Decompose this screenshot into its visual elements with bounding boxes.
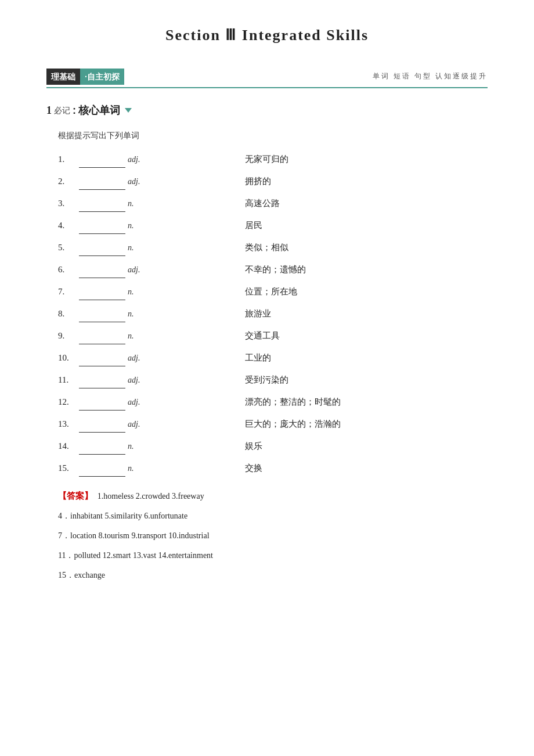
word-blank <box>79 152 125 168</box>
word-num: 1. <box>58 152 77 167</box>
word-blank <box>79 196 125 212</box>
word-meaning: 类似；相似 <box>245 240 288 255</box>
answer-line-1: 【答案】 1.homeless 2.crowded 3.freeway <box>58 487 488 505</box>
word-meaning: 位置；所在地 <box>245 284 297 300</box>
word-item-8: 8. n. 旅游业 <box>58 306 488 322</box>
word-item-6: 6. adj. 不幸的；遗憾的 <box>58 262 488 278</box>
answer-line-5: 15．exchange <box>58 566 488 584</box>
answer-text-2: 4．inhabitant 5.similarity 6.unfortunate <box>58 512 187 520</box>
word-num: 13. <box>58 416 77 432</box>
subtitle-colon: : <box>73 102 76 119</box>
word-item-1: 1. adj. 无家可归的 <box>58 152 488 168</box>
word-pos: n. <box>128 439 145 453</box>
word-meaning: 娱乐 <box>245 438 262 454</box>
word-num: 9. <box>58 328 77 344</box>
word-blank <box>79 460 125 477</box>
answer-text-5: 15．exchange <box>58 571 105 579</box>
word-list: 1. adj. 无家可归的 2. adj. 拥挤的 3. n. 高速公路 4. … <box>58 152 488 477</box>
word-pos: adj. <box>128 262 145 277</box>
word-meaning: 不幸的；遗憾的 <box>245 262 306 278</box>
word-meaning: 居民 <box>245 218 262 233</box>
word-blank <box>79 438 125 455</box>
word-meaning: 巨大的；庞大的；浩瀚的 <box>245 416 341 432</box>
word-pos: adj. <box>128 351 145 365</box>
word-pos: adj. <box>128 174 145 189</box>
word-num: 8. <box>58 306 77 322</box>
answer-line-2: 4．inhabitant 5.similarity 6.unfortunate <box>58 507 488 524</box>
word-item-4: 4. n. 居民 <box>58 218 488 234</box>
word-item-5: 5. n. 类似；相似 <box>58 240 488 256</box>
word-meaning: 旅游业 <box>245 306 271 322</box>
answer-line-3: 7．location 8.tourism 9.transport 10.indu… <box>58 527 488 544</box>
subtitle-must-label: 必记 <box>54 104 70 117</box>
word-pos: n. <box>128 218 145 233</box>
answer-label: 【答案】 <box>58 491 93 501</box>
word-item-9: 9. n. 交通工具 <box>58 328 488 344</box>
answer-section: 【答案】 1.homeless 2.crowded 3.freeway 4．in… <box>58 487 488 584</box>
word-pos: n. <box>128 196 145 211</box>
word-blank <box>79 284 125 300</box>
word-blank <box>79 416 125 433</box>
answer-text-4: 11．polluted 12.smart 13.vast 14.entertai… <box>58 551 213 560</box>
word-num: 11. <box>58 372 77 388</box>
word-num: 4. <box>58 218 77 233</box>
word-blank <box>79 174 125 190</box>
word-pos: adj. <box>128 152 145 167</box>
word-num: 2. <box>58 174 77 189</box>
subtitle-num: 1 <box>46 102 52 119</box>
word-item-12: 12. adj. 漂亮的；整洁的；时髦的 <box>58 394 488 411</box>
word-num: 15. <box>58 460 77 476</box>
word-item-11: 11. adj. 受到污染的 <box>58 372 488 388</box>
word-item-2: 2. adj. 拥挤的 <box>58 174 488 190</box>
word-meaning: 交换 <box>245 460 262 476</box>
word-blank <box>79 240 125 256</box>
answer-text-3: 7．location 8.tourism 9.transport 10.indu… <box>58 531 210 540</box>
word-meaning: 高速公路 <box>245 196 280 211</box>
word-meaning: 交通工具 <box>245 328 280 344</box>
word-num: 10. <box>58 350 77 366</box>
word-item-14: 14. n. 娱乐 <box>58 438 488 455</box>
word-pos: adj. <box>128 395 145 409</box>
subtitle-bold-text: 核心单词 <box>78 102 120 119</box>
banner-right-tags: 单词 短语 句型 认知逐级提升 <box>373 71 488 82</box>
word-meaning: 无家可归的 <box>245 152 288 167</box>
word-pos: n. <box>128 461 145 476</box>
answer-line-4: 11．polluted 12.smart 13.vast 14.entertai… <box>58 546 488 564</box>
word-meaning: 受到污染的 <box>245 372 288 388</box>
word-num: 3. <box>58 196 77 211</box>
word-meaning: 漂亮的；整洁的；时髦的 <box>245 394 341 410</box>
word-blank <box>79 372 125 388</box>
banner-tag-2: ·自主初探 <box>80 69 124 85</box>
word-blank <box>79 218 125 234</box>
word-num: 6. <box>58 262 77 278</box>
instruction-text: 根据提示写出下列单词 <box>58 129 488 142</box>
answer-text-1: 1.homeless 2.crowded 3.freeway <box>98 492 204 501</box>
word-item-3: 3. n. 高速公路 <box>58 196 488 212</box>
word-blank <box>79 394 125 411</box>
word-pos: adj. <box>128 417 145 431</box>
section-banner: 理基础 ·自主初探 单词 短语 句型 认知逐级提升 <box>46 69 488 88</box>
word-pos: n. <box>128 329 145 343</box>
word-pos: n. <box>128 240 145 255</box>
banner-left: 理基础 ·自主初探 <box>46 69 124 85</box>
word-item-10: 10. adj. 工业的 <box>58 350 488 366</box>
word-blank <box>79 350 125 366</box>
word-num: 12. <box>58 394 77 410</box>
word-num: 14. <box>58 438 77 454</box>
word-blank <box>79 306 125 322</box>
word-item-7: 7. n. 位置；所在地 <box>58 284 488 300</box>
word-blank <box>79 328 125 344</box>
word-blank <box>79 262 125 278</box>
word-num: 5. <box>58 240 77 255</box>
word-item-13: 13. adj. 巨大的；庞大的；浩瀚的 <box>58 416 488 433</box>
word-pos: n. <box>128 285 145 299</box>
word-item-15: 15. n. 交换 <box>58 460 488 477</box>
word-meaning: 拥挤的 <box>245 174 271 189</box>
word-meaning: 工业的 <box>245 350 271 366</box>
word-num: 7. <box>58 284 77 300</box>
triangle-indicator <box>125 108 132 113</box>
banner-tag-1: 理基础 <box>46 69 80 85</box>
word-pos: n. <box>128 307 145 321</box>
page-title: Section Ⅲ Integrated Skills <box>46 23 488 48</box>
word-pos: adj. <box>128 373 145 387</box>
